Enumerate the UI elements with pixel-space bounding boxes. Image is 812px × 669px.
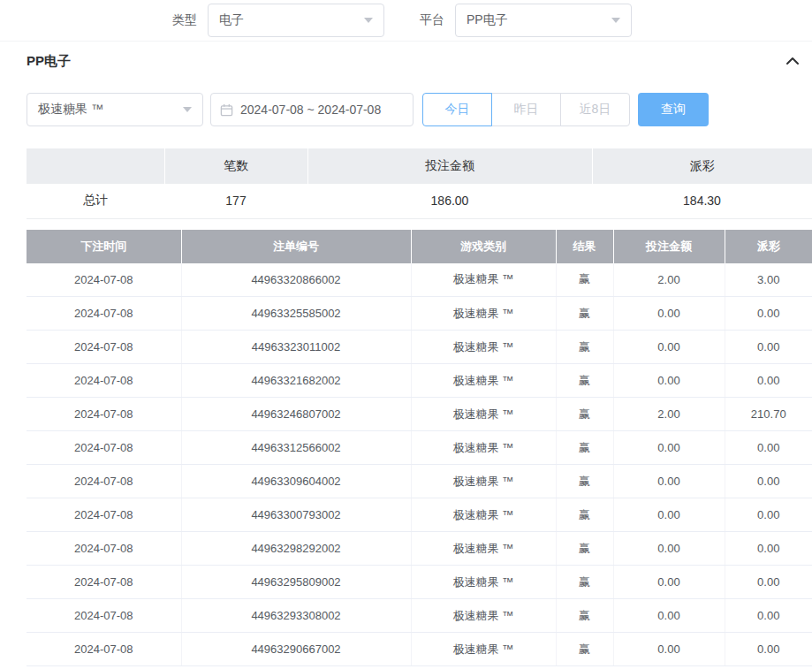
table-cell: 0.00 [613, 465, 725, 498]
query-button[interactable]: 查询 [638, 93, 709, 126]
table-cell: 44963323011002 [181, 331, 411, 364]
header-game-category: 游戏类别 [411, 230, 556, 263]
table-cell: 44963246807002 [181, 398, 411, 431]
table-row: 2024-07-0844963293308002极速糖果 ™赢0.000.00 [27, 599, 812, 633]
section-title: PP电子 [27, 53, 71, 70]
collapse-section-button[interactable] [785, 57, 800, 65]
table-cell: 极速糖果 ™ [411, 633, 556, 666]
summary-total-label: 总计 [27, 184, 164, 218]
table-row: 2024-07-0844963312566002极速糖果 ™赢0.000.00 [27, 431, 812, 465]
table-row: 2024-07-0844963300793002极速糖果 ™赢0.000.00 [27, 498, 812, 532]
summary-header-payout: 派彩 [592, 148, 812, 184]
game-select[interactable]: 极速糖果 ™ [27, 93, 203, 126]
summary-header-count: 笔数 [164, 148, 307, 184]
table-cell: 0.00 [613, 532, 725, 566]
range-button-last8days[interactable]: 近8日 [560, 93, 630, 126]
table-cell: 赢 [556, 566, 613, 599]
table-cell: 2024-07-08 [27, 633, 181, 666]
table-cell: 3.00 [725, 263, 812, 297]
table-row: 2024-07-0844963309604002极速糖果 ™赢0.000.00 [27, 465, 812, 498]
table-cell: 0.00 [725, 297, 812, 331]
header-payout: 派彩 [725, 230, 812, 263]
type-select[interactable]: 电子 [208, 4, 384, 37]
table-cell: 44963321682002 [181, 364, 411, 398]
table-cell: 2024-07-08 [27, 498, 181, 532]
platform-label: 平台 [420, 12, 444, 28]
table-cell: 0.00 [725, 465, 812, 498]
summary-total-row: 总计 177 186.00 184.30 [27, 184, 812, 218]
range-button-today[interactable]: 今日 [422, 93, 492, 126]
section-header: PP电子 [0, 42, 812, 80]
summary-table: 笔数 投注金额 派彩 总计 177 186.00 184.30 [27, 148, 812, 219]
summary-total-payout: 184.30 [592, 184, 812, 218]
table-row: 2024-07-0844963323011002极速糖果 ™赢0.000.00 [27, 331, 812, 364]
table-row: 2024-07-0844963290667002极速糖果 ™赢0.000.00 [27, 633, 812, 666]
summary-total-bet-amount: 186.00 [307, 184, 592, 218]
platform-select-value: PP电子 [467, 12, 508, 28]
table-cell: 极速糖果 ™ [411, 364, 556, 398]
table-cell: 0.00 [613, 599, 725, 633]
filter-bar: 极速糖果 ™ 2024-07-08 ~ 2024-07-08 今日 昨日 近8日… [0, 93, 812, 126]
table-cell: 赢 [556, 364, 613, 398]
table-cell: 2024-07-08 [27, 331, 181, 364]
table-cell: 44963320866002 [181, 263, 411, 297]
table-cell: 44963309604002 [181, 465, 411, 498]
table-cell: 极速糖果 ™ [411, 263, 556, 297]
table-cell: 0.00 [725, 566, 812, 599]
table-cell: 赢 [556, 297, 613, 331]
calendar-icon [220, 103, 233, 117]
table-cell: 极速糖果 ™ [411, 599, 556, 633]
table-cell: 44963298292002 [181, 532, 411, 566]
range-button-yesterday[interactable]: 昨日 [491, 93, 561, 126]
table-cell: 0.00 [613, 498, 725, 532]
table-cell: 2024-07-08 [27, 364, 181, 398]
table-cell: 2.00 [613, 398, 725, 431]
table-cell: 44963300793002 [181, 498, 411, 532]
table-cell: 极速糖果 ™ [411, 498, 556, 532]
table-cell: 2.00 [613, 263, 725, 297]
table-row: 2024-07-0844963320866002极速糖果 ™赢2.003.00 [27, 263, 812, 297]
table-cell: 44963290667002 [181, 633, 411, 666]
table-cell: 极速糖果 ™ [411, 532, 556, 566]
table-cell: 44963295809002 [181, 566, 411, 599]
table-cell: 2024-07-08 [27, 398, 181, 431]
header-order-id: 注单编号 [181, 230, 411, 263]
table-cell: 赢 [556, 398, 613, 431]
table-cell: 2024-07-08 [27, 532, 181, 566]
table-cell: 极速糖果 ™ [411, 566, 556, 599]
table-cell: 44963325585002 [181, 297, 411, 331]
table-cell: 2024-07-08 [27, 263, 181, 297]
table-cell: 0.00 [725, 633, 812, 666]
type-label: 类型 [172, 12, 197, 28]
table-cell: 赢 [556, 465, 613, 498]
table-cell: 赢 [556, 498, 613, 532]
table-cell: 0.00 [613, 566, 725, 599]
table-row: 2024-07-0844963298292002极速糖果 ™赢0.000.00 [27, 532, 812, 566]
game-select-value: 极速糖果 ™ [38, 102, 103, 118]
summary-header-bet-amount: 投注金额 [307, 148, 592, 184]
chevron-down-icon [183, 107, 192, 112]
chevron-up-icon [785, 57, 800, 65]
table-cell: 0.00 [613, 297, 725, 331]
table-cell: 0.00 [725, 331, 812, 364]
bet-records-table: 下注时间 注单编号 游戏类别 结果 投注金额 派彩 2024-07-084496… [27, 230, 812, 667]
date-range-input[interactable]: 2024-07-08 ~ 2024-07-08 [210, 93, 414, 126]
table-cell: 极速糖果 ™ [411, 297, 556, 331]
table-row: 2024-07-0844963246807002极速糖果 ™赢2.00210.7… [27, 398, 812, 431]
bet-table-body: 2024-07-0844963320866002极速糖果 ™赢2.003.002… [27, 263, 812, 666]
table-cell: 赢 [556, 532, 613, 566]
table-cell: 2024-07-08 [27, 431, 181, 465]
chevron-down-icon [364, 18, 373, 23]
table-cell: 0.00 [725, 431, 812, 465]
chevron-down-icon [611, 18, 620, 23]
table-cell: 0.00 [613, 633, 725, 666]
table-cell: 赢 [556, 599, 613, 633]
table-cell: 0.00 [613, 331, 725, 364]
summary-total-count: 177 [164, 184, 307, 218]
table-cell: 210.70 [725, 398, 812, 431]
table-cell: 2024-07-08 [27, 566, 181, 599]
table-cell: 赢 [556, 263, 613, 297]
table-cell: 2024-07-08 [27, 465, 181, 498]
platform-select[interactable]: PP电子 [455, 4, 632, 37]
summary-header-row: 笔数 投注金额 派彩 [27, 148, 812, 184]
